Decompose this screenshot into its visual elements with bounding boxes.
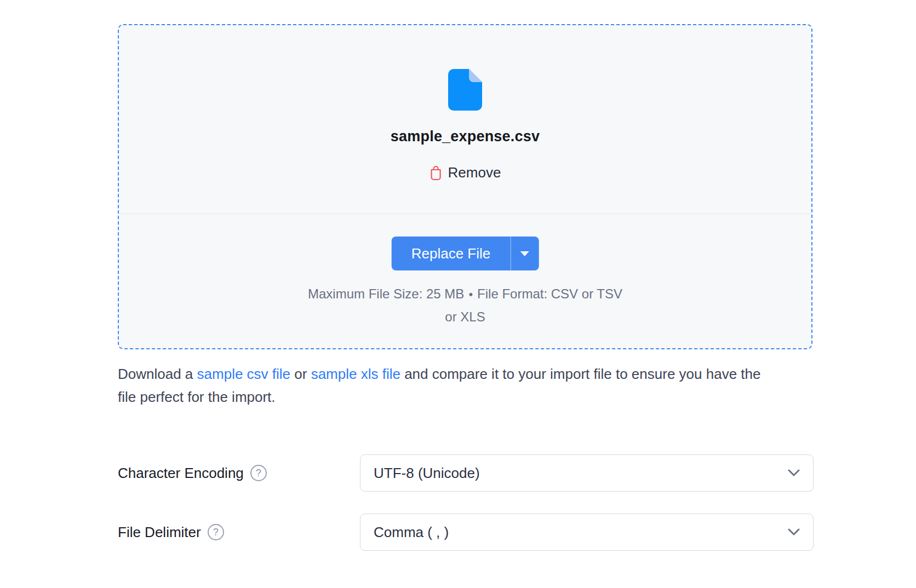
- desc-text-2: or: [290, 366, 311, 382]
- import-file-page: sample_expense.csv Remove Replace File M…: [0, 0, 916, 588]
- replace-file-dropdown-button[interactable]: [510, 237, 539, 270]
- chevron-down-icon: [788, 528, 800, 536]
- replace-file-split-button: Replace File: [392, 237, 539, 270]
- file-icon: [448, 69, 482, 111]
- hint-max-size: Maximum File Size: 25 MB: [308, 286, 464, 301]
- remove-label: Remove: [448, 164, 501, 181]
- chevron-down-icon: [788, 469, 800, 477]
- character-encoding-label: Character Encoding ?: [118, 454, 267, 492]
- dropdown-caret-icon: [520, 251, 529, 256]
- replace-file-button[interactable]: Replace File: [392, 237, 511, 270]
- character-encoding-label-text: Character Encoding: [118, 465, 244, 482]
- file-requirements-hint: Maximum File Size: 25 MB•File Format: CS…: [301, 283, 629, 328]
- help-icon[interactable]: ?: [208, 524, 224, 540]
- file-delimiter-value: Comma ( , ): [374, 524, 788, 541]
- character-encoding-value: UTF-8 (Unicode): [374, 465, 788, 482]
- trash-icon: [430, 165, 443, 181]
- desc-text-1: Download a: [118, 366, 197, 382]
- file-dropzone: sample_expense.csv Remove Replace File M…: [118, 24, 812, 349]
- bullet-separator-icon: •: [468, 287, 473, 301]
- sample-xls-link[interactable]: sample xls file: [311, 366, 400, 382]
- file-delimiter-label-text: File Delimiter: [118, 524, 201, 541]
- uploaded-file-name: sample_expense.csv: [119, 128, 811, 145]
- sample-csv-link[interactable]: sample csv file: [197, 366, 291, 382]
- remove-file-button[interactable]: Remove: [430, 164, 501, 181]
- character-encoding-select[interactable]: UTF-8 (Unicode): [360, 454, 814, 492]
- file-delimiter-label: File Delimiter ?: [118, 514, 224, 551]
- help-icon[interactable]: ?: [250, 465, 267, 481]
- dropzone-divider: [119, 214, 811, 214]
- file-delimiter-select[interactable]: Comma ( , ): [360, 514, 814, 551]
- sample-file-description: Download a sample csv file or sample xls…: [118, 362, 781, 408]
